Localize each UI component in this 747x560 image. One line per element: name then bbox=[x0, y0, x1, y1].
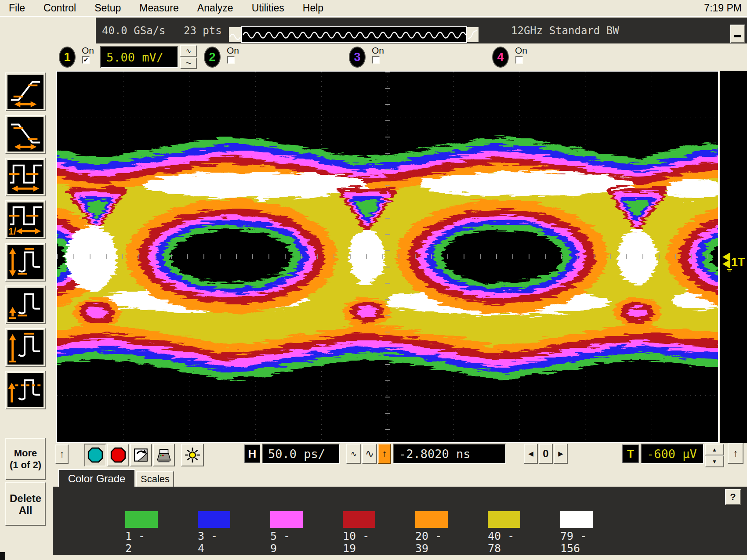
up-arrow-icon: ↑ bbox=[382, 448, 387, 459]
oscilloscope-screen: File Control Setup Measure Analyze Utili… bbox=[0, 0, 747, 560]
print-button[interactable] bbox=[153, 444, 175, 466]
spin-down-button[interactable]: ▼ bbox=[705, 455, 724, 467]
position-left-button[interactable]: ◀ bbox=[524, 444, 538, 464]
channel-1-button[interactable]: 1 bbox=[59, 47, 76, 68]
channel-4-on-label: On bbox=[515, 45, 527, 56]
up-arrow-icon: ↑ bbox=[733, 448, 738, 459]
channel-1-on-label: On bbox=[82, 45, 94, 56]
sample-rate: 40.0 GSa/s bbox=[102, 25, 166, 37]
minimize-button[interactable] bbox=[730, 25, 745, 43]
waveform-right-margin: 1T bbox=[720, 71, 747, 443]
legend-range-from: 5 - bbox=[270, 530, 290, 542]
legend-swatch bbox=[488, 511, 520, 528]
channel-2-checkbox[interactable]: ✔ bbox=[227, 56, 235, 64]
legend-range-from: 40 - bbox=[488, 530, 514, 542]
measure-period-button[interactable] bbox=[5, 158, 46, 196]
delete-all-button[interactable]: Delete All bbox=[5, 482, 46, 526]
channel-3-on-label: On bbox=[372, 45, 384, 56]
trigger-level-field[interactable]: -600 µV bbox=[641, 444, 704, 464]
position-zero-button[interactable]: 0 bbox=[539, 444, 553, 464]
legend-range-to: 19 bbox=[343, 542, 356, 555]
horizontal-position-field[interactable]: -2.8020 ns bbox=[393, 444, 506, 464]
legend-range-to: 78 bbox=[488, 542, 501, 555]
menu-utilities[interactable]: Utilities bbox=[252, 2, 284, 14]
more-label: More bbox=[14, 447, 37, 459]
help-button[interactable]: ? bbox=[725, 489, 741, 505]
v-max-icon bbox=[7, 330, 44, 365]
channel-1-number: 1 bbox=[64, 51, 70, 64]
delete-all-label: All bbox=[19, 504, 33, 516]
measure-rise-time-button[interactable] bbox=[5, 72, 46, 111]
menu-setup[interactable]: Setup bbox=[94, 2, 121, 14]
trigger-level-marker[interactable]: 1T bbox=[721, 252, 746, 271]
color-grade-panel: ? 1 - 2 3 - 4 5 - 9 10 - 19 20 - 39 40 -… bbox=[53, 487, 747, 555]
eye-diagram bbox=[57, 72, 718, 442]
trigger-position-button[interactable]: ↑ bbox=[378, 444, 391, 464]
legend-range-to: 39 bbox=[415, 542, 428, 555]
legend-swatch bbox=[270, 511, 303, 528]
svg-text:1T: 1T bbox=[731, 256, 745, 269]
legend-range-from: 79 - bbox=[560, 530, 587, 542]
h-scale-coarse-button[interactable]: ∿ bbox=[362, 444, 377, 464]
legend-range-to: 156 bbox=[560, 542, 580, 555]
wave-icon: ∿ bbox=[186, 47, 192, 55]
expand-left-panel-button[interactable]: ↑ bbox=[55, 444, 69, 464]
measure-vavg-button[interactable] bbox=[5, 371, 46, 409]
menu-control[interactable]: Control bbox=[44, 2, 76, 14]
horizontal-badge: H bbox=[244, 444, 260, 463]
menu-analyze[interactable]: Analyze bbox=[197, 2, 233, 14]
more-sub-label: (1 of 2) bbox=[10, 459, 41, 471]
more-button[interactable]: More (1 of 2) bbox=[5, 438, 46, 480]
points-count: 23 pts bbox=[184, 25, 222, 37]
measure-vmax-button[interactable] bbox=[5, 328, 46, 367]
menu-help[interactable]: Help bbox=[303, 2, 323, 14]
legend-range-to: 2 bbox=[125, 542, 132, 555]
up-arrow-icon: ↑ bbox=[60, 448, 65, 460]
measure-vpp-button[interactable] bbox=[5, 243, 46, 282]
legend-range-to: 9 bbox=[270, 542, 277, 555]
channel-4-checkbox[interactable]: ✔ bbox=[515, 56, 523, 64]
delete-label: Delete bbox=[10, 492, 41, 504]
expand-right-panel-button[interactable]: ↑ bbox=[728, 443, 743, 464]
v-avg-icon bbox=[7, 373, 44, 407]
measure-fall-time-button[interactable] bbox=[5, 115, 46, 154]
measure-frequency-button[interactable]: 1/ bbox=[5, 200, 46, 239]
preview-left-cap bbox=[229, 27, 241, 42]
horizontal-scale-field[interactable]: 50.0 ps/ bbox=[262, 444, 340, 464]
brightness-button[interactable] bbox=[181, 444, 204, 466]
status-bar: 40.0 GSa/s 23 pts 12GHz Standard BW bbox=[96, 18, 747, 43]
channel-3-checkbox[interactable]: ✔ bbox=[372, 56, 380, 64]
waveform-display[interactable] bbox=[56, 71, 719, 443]
channel-1-checkbox[interactable]: ✔ bbox=[82, 56, 90, 64]
fall-time-icon bbox=[7, 117, 44, 152]
menu-file[interactable]: File bbox=[9, 2, 25, 14]
spin-up-button[interactable]: ▲ bbox=[705, 444, 724, 455]
coupling-button-bottom[interactable]: ~ bbox=[180, 58, 197, 69]
trigger-badge: T bbox=[622, 444, 639, 463]
wave-small-icon: ∿ bbox=[351, 449, 357, 459]
check-icon: ✔ bbox=[83, 57, 89, 63]
acquisition-preview bbox=[241, 26, 467, 43]
measure-vmin-button[interactable] bbox=[5, 285, 46, 324]
legend-swatch bbox=[560, 511, 593, 528]
clear-display-button[interactable] bbox=[130, 444, 152, 466]
position-right-button[interactable]: ▶ bbox=[554, 444, 568, 464]
channel-2-button[interactable]: 2 bbox=[204, 47, 221, 68]
tab-color-grade[interactable]: Color Grade bbox=[58, 469, 135, 488]
zero-label: 0 bbox=[543, 448, 548, 460]
menu-measure[interactable]: Measure bbox=[139, 2, 178, 14]
svg-text:1/: 1/ bbox=[8, 226, 16, 237]
run-button[interactable] bbox=[84, 444, 106, 466]
printer-icon bbox=[156, 447, 172, 463]
h-scale-fine-button[interactable]: ∿ bbox=[346, 444, 361, 464]
minimize-icon bbox=[734, 35, 741, 37]
channel-4-number: 4 bbox=[497, 51, 504, 64]
coupling-button-top[interactable]: ∿ bbox=[180, 45, 197, 57]
clock: 7:19 PM bbox=[704, 2, 742, 14]
tab-scales[interactable]: Scales bbox=[136, 471, 174, 488]
spin-up-icon: ▲ bbox=[712, 447, 717, 453]
channel-3-button[interactable]: 3 bbox=[349, 47, 366, 68]
channel-1-scale-field[interactable]: 5.00 mV/ bbox=[100, 46, 178, 68]
channel-4-button[interactable]: 4 bbox=[492, 47, 509, 68]
stop-button[interactable] bbox=[107, 444, 129, 466]
